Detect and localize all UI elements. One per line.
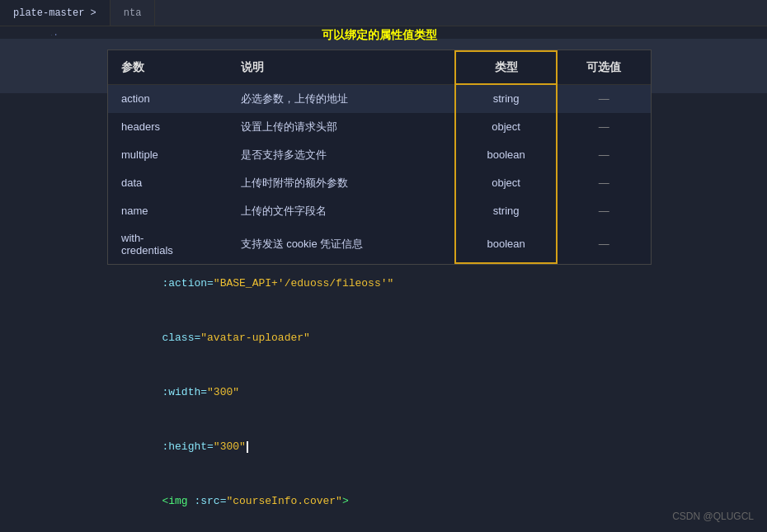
tab-bar: plate-master > nta [0, 0, 767, 26]
type-cell: boolean [455, 225, 556, 263]
param-cell: name [108, 197, 228, 225]
tab-nta[interactable]: nta [111, 0, 156, 26]
param-cell: with-credentials [108, 225, 228, 263]
description-cell: 上传的文件字段名 [228, 197, 456, 225]
prop-table-body: action必选参数，上传的地址string—headers设置上传的请求头部o… [108, 84, 651, 263]
col-header-type: 类型 [455, 51, 556, 84]
table-row: data上传时附带的额外参数object— [108, 169, 651, 197]
tooltip-popup: 参数 说明 类型 可选值 action必选参数，上传的地址string—head… [107, 49, 652, 265]
optional-cell: — [557, 113, 651, 141]
param-cell: action [108, 84, 228, 113]
code-line-img: <img :src="courseInfo.cover"> [0, 474, 767, 529]
type-cell: object [455, 113, 556, 141]
description-cell: 是否支持多选文件 [228, 141, 456, 169]
description-cell: 上传时附带的额外参数 [228, 169, 456, 197]
param-cell: multiple [108, 141, 228, 169]
editor-area: <!-- <el-f </el- <!-- <!-- <el-f 可以绑定的属性… [0, 26, 767, 532]
type-cell: object [455, 169, 556, 197]
param-cell: headers [108, 113, 228, 141]
optional-cell: — [557, 225, 651, 263]
description-cell: 必选参数，上传的地址 [228, 84, 456, 113]
table-header-row: 参数 说明 类型 可选值 [108, 51, 651, 84]
code-line-width: :width="300" [0, 365, 767, 420]
type-cell: string [455, 197, 556, 225]
watermark: CSDN @QLUGCL [672, 511, 754, 522]
col-header-param: 参数 [108, 51, 228, 84]
table-row: action必选参数，上传的地址string— [108, 84, 651, 113]
table-row: with-credentials支持发送 cookie 凭证信息boolean— [108, 225, 651, 263]
optional-cell: — [557, 141, 651, 169]
optional-cell: — [557, 169, 651, 197]
description-cell: 设置上传的请求头部 [228, 113, 456, 141]
table-row: multiple是否支持多选文件boolean— [108, 141, 651, 169]
col-header-optional: 可选值 [557, 51, 651, 84]
type-cell: string [455, 84, 556, 113]
col-header-description: 说明 [228, 51, 456, 84]
code-line-action: :action="BASE_API+'/eduoss/fileoss'" [0, 257, 767, 311]
optional-cell: — [557, 84, 651, 113]
table-row: name上传的文件字段名string— [108, 197, 651, 225]
prop-table: 参数 说明 类型 可选值 action必选参数，上传的地址string—head… [108, 50, 651, 264]
optional-cell: — [557, 197, 651, 225]
code-line-class: class="avatar-uploader" [0, 311, 767, 365]
type-cell: boolean [455, 141, 556, 169]
description-cell: 支持发送 cookie 凭证信息 [228, 225, 456, 263]
code-line-height: :height="300" [0, 420, 767, 474]
param-cell: data [108, 169, 228, 197]
tab-plate-master[interactable]: plate-master > [0, 0, 111, 26]
table-row: headers设置上传的请求头部object— [108, 113, 651, 141]
